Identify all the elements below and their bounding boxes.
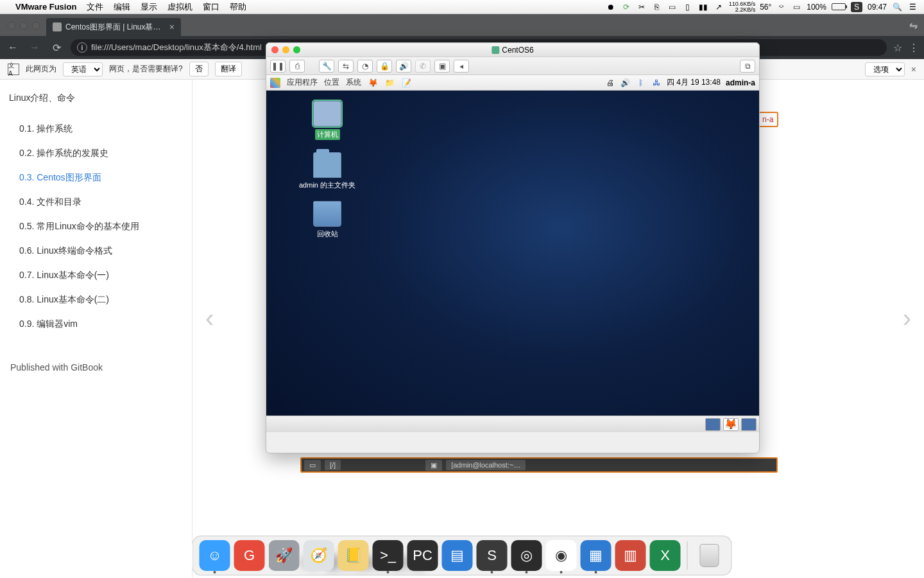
spotlight-icon[interactable]: 🔍 <box>892 2 902 12</box>
dock-app-obs[interactable]: ◎ <box>511 540 542 571</box>
translate-yes-button[interactable]: 翻译 <box>215 62 242 76</box>
gitbook-sidebar[interactable]: Linux介绍、命令 0.1. 操作系统0.2. 操作系统的发展史0.3. Ce… <box>0 80 193 578</box>
gnome-print-icon[interactable]: 🖨 <box>605 78 615 88</box>
account-icon[interactable]: ⇋ <box>909 19 918 31</box>
dock-app-keynote[interactable]: ▤ <box>442 540 473 571</box>
display-icon[interactable]: ▭ <box>791 2 801 12</box>
sidebar-item-0[interactable]: 0.1. 操作系统 <box>9 117 183 141</box>
trash-icon <box>313 201 341 227</box>
gnome-bluetooth-icon[interactable]: ᛒ <box>636 78 646 88</box>
dock-app-terminal[interactable]: >_ <box>373 540 404 571</box>
page-prev-icon[interactable]: ‹ <box>205 304 214 333</box>
menu-file[interactable]: 文件 <box>87 1 103 13</box>
tray-app2-icon[interactable]: ▯ <box>683 2 693 12</box>
dock-trash[interactable] <box>694 540 725 571</box>
sidebar-item-3[interactable]: 0.4. 文件和目录 <box>9 190 183 215</box>
dock-app-sublime[interactable]: S <box>477 540 508 571</box>
gnome-menu-places[interactable]: 位置 <box>324 77 339 88</box>
menu-vm[interactable]: 虚拟机 <box>167 1 193 13</box>
gnome-network-icon[interactable]: 🖧 <box>651 78 662 88</box>
dock-app-vm-app[interactable]: ▥ <box>615 540 646 571</box>
app-name[interactable]: VMware Fusion <box>15 2 76 12</box>
menu-help[interactable]: 帮助 <box>230 1 246 13</box>
sidebar-item-6[interactable]: 0.7. Linux基本命令(一) <box>9 263 183 288</box>
tab-title: Centos图形界面 | Linux基本命… <box>65 22 166 33</box>
gnome-notes-icon[interactable]: 📝 <box>401 78 411 88</box>
nav-back-icon[interactable]: ← <box>5 42 21 53</box>
page-next-icon[interactable]: › <box>903 304 911 333</box>
dock-app-excel[interactable]: X <box>650 540 681 571</box>
translate-options-select[interactable]: 选项 <box>865 62 905 76</box>
vm-usb-button[interactable]: ▣ <box>434 60 450 73</box>
battery-icon[interactable] <box>832 3 846 10</box>
sidebar-item-8[interactable]: 0.9. 编辑器vim <box>9 312 183 337</box>
vm-network-button[interactable]: ⇆ <box>338 60 354 73</box>
vm-lock-button[interactable]: 🔒 <box>377 60 392 73</box>
gnome-user[interactable]: admin-a <box>726 78 755 87</box>
vm-sound-button[interactable]: 🔊 <box>396 60 411 73</box>
list-icon[interactable]: ☰ <box>907 2 918 12</box>
tray-bars-icon[interactable]: ▮▮ <box>698 2 708 12</box>
workspace-1[interactable] <box>705 418 721 431</box>
dock-app-finder[interactable]: ☺ <box>200 540 230 571</box>
vm-phone-button[interactable]: ✆ <box>415 60 431 73</box>
dock-app-pycharm[interactable]: PC <box>407 540 438 571</box>
sidebar-item-5[interactable]: 0.6. Linux终端命令格式 <box>9 239 183 263</box>
dock-app-foxit[interactable]: G <box>234 540 265 571</box>
gnome-menu-apps[interactable]: 应用程序 <box>287 77 318 88</box>
tray-app-icon[interactable]: ▭ <box>667 2 678 12</box>
panel-window-list-icon[interactable] <box>741 418 757 431</box>
tab-close-icon[interactable]: × <box>169 22 175 32</box>
sidebar-item-2[interactable]: 0.3. Centos图形界面 <box>9 166 183 190</box>
desktop-icon-computer[interactable]: 计算机 <box>292 101 363 140</box>
tray-s-icon[interactable]: S <box>851 2 862 12</box>
browser-tab[interactable]: Centos图形界面 | Linux基本命… × <box>46 18 181 36</box>
wifi-icon[interactable]: ⌔ <box>776 2 786 12</box>
translate-close-icon[interactable]: × <box>911 64 916 74</box>
tray-arrow-icon[interactable]: ↗ <box>714 2 724 12</box>
menu-window[interactable]: 窗口 <box>203 1 219 13</box>
vm-window-controls[interactable] <box>271 46 300 53</box>
menu-edit[interactable]: 编辑 <box>114 1 130 13</box>
translate-no-button[interactable]: 否 <box>189 62 209 76</box>
site-info-icon[interactable]: i <box>77 42 87 53</box>
gnome-menu-system[interactable]: 系统 <box>346 77 361 88</box>
bookmark-star-icon[interactable]: ☆ <box>893 42 902 54</box>
browser-menu-icon[interactable]: ⋮ <box>909 42 919 54</box>
gnome-firefox-icon[interactable]: 🦊 <box>368 78 378 88</box>
vm-tools-button[interactable]: 🔧 <box>319 60 334 73</box>
dock-app-safari[interactable]: 🧭 <box>304 540 334 571</box>
tray-scissors-icon[interactable]: ✂ <box>637 2 647 12</box>
dock-app-launchpad[interactable]: 🚀 <box>269 540 300 571</box>
vm-pause-button[interactable]: ❚❚ <box>270 60 286 73</box>
vm-disk-button[interactable]: ◔ <box>357 60 373 73</box>
sidebar-item-1[interactable]: 0.2. 操作系统的发展史 <box>9 141 183 166</box>
desktop-icon-trash[interactable]: 回收站 <box>292 201 363 239</box>
translate-lang-select[interactable]: 英语 <box>63 62 103 76</box>
vm-fullscreen-button[interactable]: ⧉ <box>740 60 755 73</box>
behind-task-1: ▭ <box>304 460 321 471</box>
sidebar-item-7[interactable]: 0.8. Linux基本命令(二) <box>9 288 183 312</box>
gnome-clock[interactable]: 四 4月 19 13:48 <box>667 77 721 88</box>
tray-rec-icon[interactable]: ⏺ <box>606 2 616 12</box>
menubar-clock[interactable]: 09:47 <box>868 3 887 12</box>
vm-titlebar[interactable]: CentOS6 <box>266 43 759 57</box>
nav-reload-icon[interactable]: ⟳ <box>49 42 64 54</box>
tray-dropbox-icon[interactable]: ⎘ <box>652 2 662 12</box>
dock-app-vmware[interactable]: ▦ <box>581 540 612 571</box>
vm-collapse-button[interactable]: ◂ <box>454 60 469 73</box>
gnome-files-icon[interactable]: 📁 <box>384 78 395 88</box>
vm-desktop[interactable]: 计算机 admin 的主文件夹 回收站 🦊 <box>266 91 759 432</box>
dock-app-notes[interactable]: 📒 <box>338 540 369 571</box>
sidebar-item-4[interactable]: 0.5. 常用Linux命令的基本使用 <box>9 215 183 239</box>
tray-sync-icon[interactable]: ⟳ <box>621 2 631 12</box>
menu-view[interactable]: 显示 <box>141 1 157 13</box>
gnome-foot-icon[interactable] <box>270 78 280 88</box>
vm-snapshot-button[interactable]: ⎙ <box>289 60 305 73</box>
dock-app-chrome[interactable]: ◉ <box>546 540 577 571</box>
window-controls[interactable] <box>4 22 46 36</box>
trash-can-icon <box>700 544 719 567</box>
gnome-volume-icon[interactable]: 🔊 <box>620 78 631 88</box>
panel-firefox-icon[interactable]: 🦊 <box>723 418 739 431</box>
desktop-icon-home[interactable]: admin 的主文件夹 <box>292 152 363 190</box>
